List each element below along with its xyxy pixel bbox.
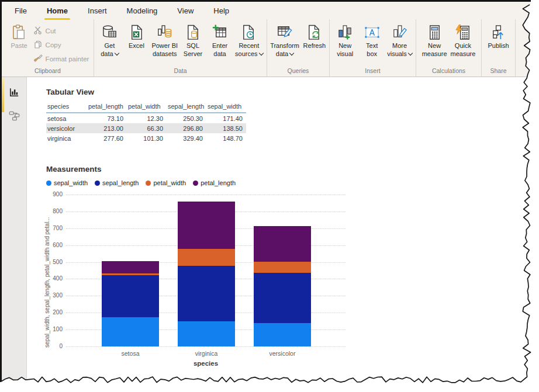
new-measure-icon bbox=[426, 23, 443, 42]
get-data-button[interactable]: Getdata bbox=[96, 22, 122, 58]
legend-item-petal_width[interactable]: petal_width bbox=[146, 179, 186, 186]
table-header: speciespetal_lengthpetal_widthsepal_leng… bbox=[46, 101, 246, 113]
new-visual-button[interactable]: Newvisual bbox=[332, 22, 358, 58]
transform-data-label: Transformdata bbox=[270, 42, 299, 58]
cut-icon bbox=[33, 26, 43, 36]
column-header-sepal_width[interactable]: sepal_width bbox=[206, 101, 246, 113]
x-tick-label-virginica: virginica bbox=[178, 350, 235, 357]
ribbon-group-calculations: NewmeasureQuickmeasureCalculations bbox=[416, 19, 482, 77]
y-tick-label: 200 bbox=[46, 309, 63, 315]
legend-dot bbox=[46, 181, 51, 186]
bar-versicolor-petal_width[interactable] bbox=[254, 262, 311, 273]
bar-setosa-sepal_length[interactable] bbox=[102, 275, 159, 317]
gridline bbox=[66, 346, 345, 347]
sql-server-label: SQLServer bbox=[184, 42, 202, 58]
column-header-sepal_length[interactable]: sepal_length bbox=[167, 101, 206, 113]
legend-item-sepal_length[interactable]: sepal_length bbox=[95, 179, 139, 186]
column-header-petal_width[interactable]: petal_width bbox=[127, 101, 167, 113]
bar-virginica-sepal_length[interactable] bbox=[178, 266, 235, 321]
cell-value: 250.30 bbox=[167, 113, 206, 123]
report-canvas: Tabular View speciespetal_lengthpetal_wi… bbox=[27, 77, 531, 382]
cell-value: 171.40 bbox=[206, 113, 246, 123]
y-tick-label: 600 bbox=[46, 242, 63, 248]
bar-setosa-petal_length[interactable] bbox=[102, 261, 159, 273]
view-sidebar bbox=[2, 77, 27, 382]
recent-sources-icon bbox=[240, 23, 257, 42]
menu-tab-modeling[interactable]: Modeling bbox=[126, 5, 159, 16]
menu-tab-insert[interactable]: Insert bbox=[87, 5, 108, 16]
stacked-bar-chart: sepal_width, sepal_length, petal_width a… bbox=[46, 189, 374, 371]
copy-label: Copy bbox=[46, 41, 61, 48]
cell-value: 148.70 bbox=[206, 133, 246, 143]
cell-species: setosa bbox=[46, 113, 87, 123]
ribbon-group-share: PublishShare bbox=[482, 19, 516, 77]
screenshot-page: FileHomeInsertModelingViewHelp PasteCutC… bbox=[0, 0, 539, 392]
menu-tab-home[interactable]: Home bbox=[46, 5, 69, 16]
sidebar-items bbox=[2, 77, 26, 128]
sidebar-item-model-view[interactable] bbox=[2, 106, 26, 128]
bar-versicolor-petal_length[interactable] bbox=[254, 226, 311, 262]
copy-button[interactable]: Copy bbox=[33, 40, 89, 50]
legend-dot bbox=[193, 181, 198, 186]
y-tick-label: 800 bbox=[46, 208, 63, 214]
excel-label: Excel bbox=[129, 42, 144, 50]
table-row-setosa[interactable]: setosa73.1012.30250.30171.40 bbox=[46, 113, 246, 123]
bar-virginica-sepal_width[interactable] bbox=[178, 321, 235, 346]
paste-button[interactable]: Paste bbox=[6, 22, 32, 51]
format-painter-button[interactable]: Format painter bbox=[33, 54, 89, 64]
menu-tab-file[interactable]: File bbox=[13, 5, 28, 16]
legend-label: petal_length bbox=[201, 179, 236, 186]
more-visuals-button[interactable]: Morevisuals bbox=[386, 22, 413, 58]
bar-setosa-sepal_width[interactable] bbox=[102, 317, 159, 346]
bar-virginica-petal_length[interactable] bbox=[178, 202, 235, 248]
cell-value: 277.60 bbox=[87, 133, 127, 143]
table-visual[interactable]: Tabular View speciespetal_lengthpetal_wi… bbox=[46, 88, 246, 143]
ribbon: PasteCutCopyFormat painterClipboardGetda… bbox=[2, 19, 531, 77]
ribbon-group-insert: NewvisualTextboxMorevisualsInsert bbox=[330, 19, 416, 77]
table-row-virginica[interactable]: virginica277.60101.30329.40148.70 bbox=[46, 133, 246, 143]
quick-measure-button[interactable]: Quickmeasure bbox=[450, 22, 477, 58]
transform-data-button[interactable]: Transformdata bbox=[269, 22, 300, 58]
publish-button[interactable]: Publish bbox=[486, 22, 512, 51]
bar-versicolor-sepal_width[interactable] bbox=[254, 323, 311, 346]
sidebar-item-report-view[interactable] bbox=[2, 82, 26, 105]
menu-tab-help[interactable]: Help bbox=[212, 5, 230, 16]
recent-sources-label: Recentsources bbox=[235, 42, 263, 58]
ribbon-group-queries: TransformdataRefreshQueries bbox=[267, 19, 330, 77]
bar-setosa-petal_width[interactable] bbox=[102, 273, 159, 276]
ribbon-group-data: GetdataExcelPower BIdatasetsSQLServerEnt… bbox=[94, 19, 267, 77]
sql-server-button[interactable]: SQLServer bbox=[180, 22, 206, 58]
enter-data-button[interactable]: Enterdata bbox=[207, 22, 233, 58]
column-header-species[interactable]: species bbox=[46, 101, 87, 113]
chart-legend: sepal_widthsepal_lengthpetal_widthpetal_… bbox=[46, 179, 374, 186]
ribbon-group-share-buttons: Publish bbox=[483, 22, 513, 66]
chevron-down-icon bbox=[408, 50, 413, 55]
excel-button[interactable]: Excel bbox=[123, 22, 149, 51]
power-bi-datasets-button[interactable]: Power BIdatasets bbox=[150, 22, 179, 58]
ribbon-group-clipboard-label: Clipboard bbox=[4, 66, 92, 76]
text-box-button[interactable]: Textbox bbox=[359, 22, 385, 58]
cell-value: 329.40 bbox=[167, 133, 206, 143]
recent-sources-button[interactable]: Recentsources bbox=[234, 22, 264, 58]
ribbon-group-calculations-label: Calculations bbox=[418, 66, 479, 76]
ribbon-group-data-label: Data bbox=[96, 66, 265, 76]
chart-visual[interactable]: Measurements sepal_widthsepal_lengthpeta… bbox=[46, 165, 374, 371]
ribbon-group-data-buttons: GetdataExcelPower BIdatasetsSQLServerEnt… bbox=[96, 22, 265, 66]
quick-measure-icon bbox=[454, 23, 471, 42]
legend-item-petal_length[interactable]: petal_length bbox=[193, 179, 236, 186]
x-axis-title: species bbox=[66, 360, 345, 367]
paste-icon bbox=[11, 23, 27, 42]
ribbon-group-share-label: Share bbox=[483, 66, 513, 76]
bar-versicolor-sepal_length[interactable] bbox=[254, 273, 311, 323]
text-box-label: Textbox bbox=[366, 42, 378, 58]
y-axis-title: sepal_width, sepal_length, petal_width a… bbox=[44, 195, 50, 348]
legend-item-sepal_width[interactable]: sepal_width bbox=[46, 179, 88, 186]
ribbon-group-insert-buttons: NewvisualTextboxMorevisuals bbox=[331, 22, 414, 66]
refresh-button[interactable]: Refresh bbox=[302, 22, 327, 51]
bar-virginica-petal_width[interactable] bbox=[178, 249, 235, 266]
table-row-versicolor[interactable]: versicolor213.0066.30296.80138.50 bbox=[46, 123, 246, 133]
cut-button[interactable]: Cut bbox=[33, 26, 89, 36]
column-header-petal_length[interactable]: petal_length bbox=[87, 101, 127, 113]
new-measure-button[interactable]: Newmeasure bbox=[421, 22, 448, 58]
menu-tab-view[interactable]: View bbox=[176, 5, 195, 16]
